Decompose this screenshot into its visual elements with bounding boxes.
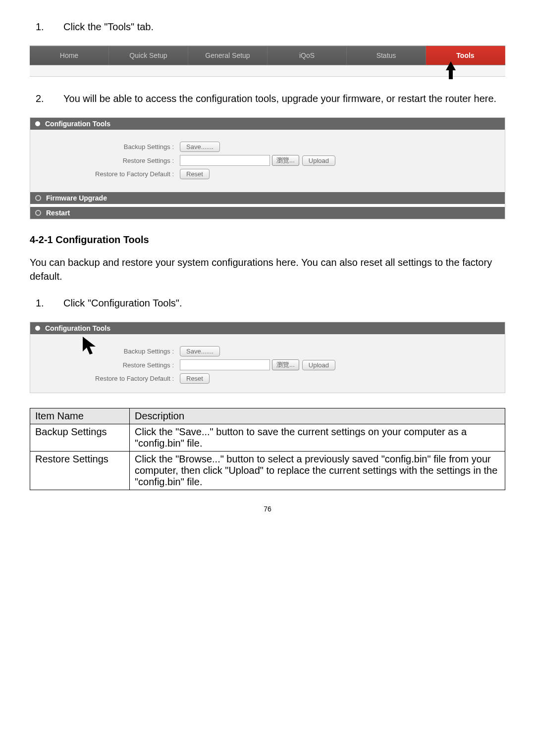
navbar-screenshot: Home Quick Setup General Setup iQoS Stat… [30,46,505,77]
row-backup: Backup Settings : Save....... [35,142,500,152]
upload-button-2[interactable]: Upload [302,360,335,370]
cursor-arrow-icon [82,336,100,360]
step-3-num: 1. [50,296,63,310]
browse-button[interactable]: 瀏覽... [272,155,299,166]
tab-status[interactable]: Status [347,46,426,65]
step-1: 1.Click the "Tools" tab. [50,20,505,34]
row-backup-2: Backup Settings : Save....... [35,346,500,356]
td-desc: Click the "Save..." button to save the c… [130,424,505,452]
panel-title-restart: Restart [46,209,70,217]
td-item: Backup Settings [30,424,130,452]
navbar-strip [30,65,505,77]
table-row: Backup Settings Click the "Save..." butt… [30,424,505,452]
factory-label: Restore to Factory Default : [35,170,180,178]
restore-label-2: Restore Settings : [35,361,180,369]
panel-title-config-2: Configuration Tools [45,324,110,332]
th-description: Description [130,408,505,424]
tab-general-setup[interactable]: General Setup [188,46,268,65]
bullet-icon [35,121,40,126]
tab-home[interactable]: Home [30,46,109,65]
section-body: You can backup and restore your system c… [30,255,505,283]
row-restore: Restore Settings : 瀏覽... Upload [35,155,500,166]
table-row: Restore Settings Click the "Browse..." b… [30,452,505,490]
factory-label-2: Restore to Factory Default : [35,375,180,382]
step-2-text: You will be able to access the configura… [63,93,496,104]
row-factory: Restore to Factory Default : Reset [35,169,500,179]
restore-file-input[interactable] [180,155,270,166]
step-2: 2.You will be able to access the configu… [50,92,505,105]
panel-header-firmware[interactable]: Firmware Upgrade [30,192,505,204]
backup-label: Backup Settings : [35,143,180,151]
reset-button-2[interactable]: Reset [180,373,210,384]
restore-label: Restore Settings : [35,157,180,164]
save-button[interactable]: Save....... [180,142,220,152]
panel-header-config-tools-2[interactable]: Configuration Tools [30,322,505,334]
save-button-2[interactable]: Save....... [180,346,220,356]
step-3: 1.Click "Configuration Tools". [50,296,505,310]
tab-iqos[interactable]: iQoS [268,46,347,65]
navbar: Home Quick Setup General Setup iQoS Stat… [30,46,505,65]
step-2-num: 2. [50,92,63,105]
bullet-icon [35,326,40,331]
tab-tools[interactable]: Tools [426,46,505,65]
restore-file-input-2[interactable] [180,359,270,370]
step-3-text: Click "Configuration Tools". [63,298,182,308]
panel-title-firmware: Firmware Upgrade [46,194,107,202]
svg-marker-0 [446,61,456,79]
row-restore-2: Restore Settings : 瀏覽... Upload [35,359,500,370]
step-1-num: 1. [50,20,63,34]
backup-label-2: Backup Settings : [35,348,180,355]
svg-marker-1 [83,337,96,354]
td-item: Restore Settings [30,452,130,490]
config-tools-panel: Configuration Tools Backup Settings : Sa… [30,117,505,219]
upload-button[interactable]: Upload [302,155,335,166]
table-header-row: Item Name Description [30,408,505,424]
browse-button-2[interactable]: 瀏覽... [272,359,299,370]
page-number: 76 [30,505,505,513]
bullet-icon [35,210,41,216]
td-desc: Click the "Browse..." button to select a… [130,452,505,490]
panel-body-config-2: Backup Settings : Save....... Restore Se… [30,334,505,393]
reset-button[interactable]: Reset [180,169,210,179]
bullet-icon [35,195,41,201]
panel-title-config: Configuration Tools [45,120,110,128]
tab-quick-setup[interactable]: Quick Setup [109,46,188,65]
step-1-text: Click the "Tools" tab. [63,21,154,32]
description-table: Item Name Description Backup Settings Cl… [30,408,505,490]
panel-header-restart[interactable]: Restart [30,207,505,219]
panel-body-config: Backup Settings : Save....... Restore Se… [30,130,505,192]
row-factory-2: Restore to Factory Default : Reset [35,373,500,384]
panel-header-config-tools[interactable]: Configuration Tools [30,118,505,130]
section-title: 4-2-1 Configuration Tools [30,234,505,246]
th-item-name: Item Name [30,408,130,424]
config-tools-panel-2: Configuration Tools Backup Settings : Sa… [30,322,505,393]
